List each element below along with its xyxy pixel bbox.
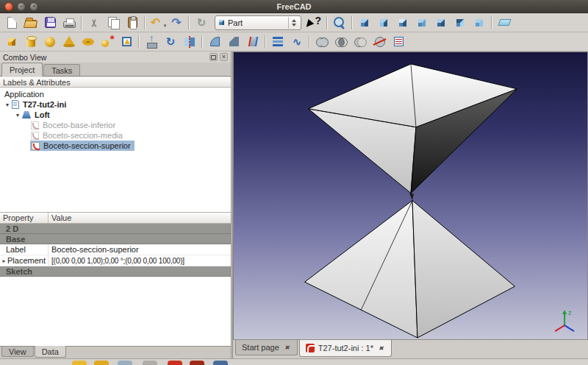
workbench-dropdown-arrows[interactable] bbox=[288, 17, 299, 29]
front-view-button[interactable] bbox=[374, 14, 393, 32]
cross-sections-icon bbox=[394, 37, 404, 46]
property-row-label[interactable]: Label Boceto-seccion-superior bbox=[0, 244, 231, 255]
bottom-view-button[interactable] bbox=[451, 14, 470, 32]
open-document-icon bbox=[25, 20, 37, 28]
tree-item-sketch-base-inferior[interactable]: Boceto-base-inferior bbox=[0, 120, 231, 130]
tree-item-application[interactable]: Application bbox=[0, 89, 231, 99]
axonometric-view-button[interactable] bbox=[355, 14, 374, 32]
sketch-icon bbox=[31, 132, 39, 140]
sweep-button[interactable] bbox=[287, 33, 306, 51]
tab-data[interactable]: Data bbox=[35, 346, 66, 358]
property-editor: 2 D Base Label Boceto-seccion-superior P… bbox=[0, 224, 231, 346]
boolean-common-button[interactable] bbox=[331, 33, 351, 51]
fit-all-button[interactable] bbox=[330, 14, 349, 32]
tree-item-sketch-seccion-media[interactable]: Boceto-seccion-media bbox=[0, 130, 231, 141]
tab-tasks[interactable]: Tasks bbox=[43, 64, 80, 76]
new-document-button[interactable] bbox=[2, 14, 21, 32]
tab-project[interactable]: Project bbox=[1, 63, 43, 77]
tree-item-sketch-seccion-superior[interactable]: Boceto-seccion-superior bbox=[0, 141, 231, 151]
toolbar-separator bbox=[351, 16, 353, 29]
property-row-placement[interactable]: Placement [(0,00 0,00 1,00);0,00 °;(0,00… bbox=[0, 255, 231, 266]
sphere-icon bbox=[45, 37, 55, 47]
box-button[interactable] bbox=[2, 33, 21, 51]
cropped-bottom-row bbox=[0, 358, 588, 365]
tab-document-t27[interactable]: T27-tut2-ini : 1* bbox=[299, 340, 392, 357]
paste-button[interactable] bbox=[123, 14, 142, 32]
maximize-window-button[interactable]: + bbox=[29, 2, 38, 11]
close-window-button[interactable] bbox=[4, 2, 13, 11]
bottom-view-icon bbox=[456, 19, 464, 26]
section-button[interactable] bbox=[370, 33, 389, 51]
property-group-2d[interactable]: 2 D bbox=[0, 224, 231, 234]
minimize-window-button[interactable]: − bbox=[17, 2, 26, 11]
ruled-surface-button[interactable] bbox=[243, 33, 262, 51]
rear-view-button[interactable] bbox=[431, 14, 451, 32]
create-primitives-button[interactable] bbox=[98, 33, 117, 51]
refresh-icon bbox=[197, 17, 207, 28]
combo-view-panel: Combo View Project Tasks Labels & Attrib… bbox=[0, 52, 231, 358]
tab-view[interactable]: View bbox=[1, 347, 34, 357]
left-view-button[interactable] bbox=[470, 14, 489, 32]
undo-button[interactable] bbox=[148, 14, 167, 32]
mirror-button[interactable] bbox=[180, 33, 199, 51]
property-group-sketch[interactable]: Sketch bbox=[0, 266, 231, 277]
tab-start-page[interactable]: Start page bbox=[235, 340, 298, 355]
close-t ab-icon[interactable] bbox=[377, 344, 385, 352]
document-icon bbox=[12, 100, 19, 109]
revolve-button[interactable] bbox=[161, 33, 180, 51]
workbench-selected-value: Part bbox=[228, 18, 285, 27]
detach-panel-icon[interactable] bbox=[209, 53, 218, 61]
freecad-document-icon bbox=[306, 344, 315, 352]
redo-button[interactable] bbox=[167, 14, 186, 32]
cylinder-button[interactable] bbox=[21, 33, 40, 51]
main-area: Combo View Project Tasks Labels & Attrib… bbox=[0, 52, 588, 358]
loft-icon bbox=[273, 37, 283, 46]
measure-distance-button[interactable] bbox=[495, 14, 514, 32]
print-button[interactable] bbox=[60, 14, 79, 32]
combo-view-header: Combo View bbox=[0, 52, 231, 63]
fillet-button[interactable] bbox=[205, 33, 224, 51]
expander-open-icon[interactable] bbox=[14, 112, 21, 118]
left-view-icon bbox=[476, 19, 483, 26]
close-panel-icon[interactable] bbox=[220, 53, 228, 61]
boolean-cut-button[interactable] bbox=[351, 33, 370, 51]
close-tab-icon[interactable] bbox=[283, 344, 291, 352]
expander-open-icon[interactable] bbox=[4, 102, 11, 108]
right-view-button[interactable] bbox=[412, 14, 431, 32]
whats-this-button[interactable] bbox=[305, 14, 324, 32]
tree-label: Boceto-seccion-superior bbox=[42, 141, 132, 150]
shape-builder-button[interactable] bbox=[117, 33, 136, 51]
property-group-base[interactable]: Base bbox=[0, 234, 231, 244]
workbench-selector[interactable]: Part bbox=[215, 15, 301, 30]
viewport-column: z Start page T27-tut2-ini : 1* bbox=[233, 52, 588, 358]
save-document-icon bbox=[45, 17, 56, 28]
extrude-button[interactable] bbox=[142, 33, 161, 51]
cut-button[interactable] bbox=[85, 14, 104, 32]
sphere-button[interactable] bbox=[40, 33, 60, 51]
section-icon bbox=[374, 37, 385, 46]
loft-button[interactable] bbox=[268, 33, 287, 51]
boolean-union-icon bbox=[316, 37, 329, 46]
property-name: Label bbox=[0, 244, 49, 255]
3d-viewport[interactable]: z bbox=[233, 52, 588, 339]
cone-button[interactable] bbox=[60, 33, 79, 51]
refresh-button[interactable] bbox=[192, 14, 211, 32]
cross-sections-button[interactable] bbox=[389, 33, 408, 51]
fit-all-icon bbox=[334, 17, 345, 29]
top-view-button[interactable] bbox=[393, 14, 412, 32]
cropped-icon bbox=[94, 361, 109, 365]
cut-icon bbox=[90, 18, 98, 28]
boolean-union-button[interactable] bbox=[312, 33, 331, 51]
copy-button[interactable] bbox=[104, 14, 123, 32]
tree-item-loft[interactable]: Loft bbox=[0, 110, 231, 120]
torus-button[interactable] bbox=[79, 33, 98, 51]
toolbar-separator bbox=[265, 35, 266, 49]
chamfer-button[interactable] bbox=[224, 33, 243, 51]
save-document-button[interactable] bbox=[40, 14, 60, 32]
tree-item-document[interactable]: T27-tut2-ini bbox=[0, 99, 231, 110]
open-document-button[interactable] bbox=[21, 14, 40, 32]
expander-closed-icon[interactable] bbox=[1, 258, 7, 264]
rear-view-icon bbox=[437, 19, 445, 26]
loft-solid-rendering[interactable]: z bbox=[234, 52, 587, 339]
svg-text:z: z bbox=[568, 309, 572, 316]
